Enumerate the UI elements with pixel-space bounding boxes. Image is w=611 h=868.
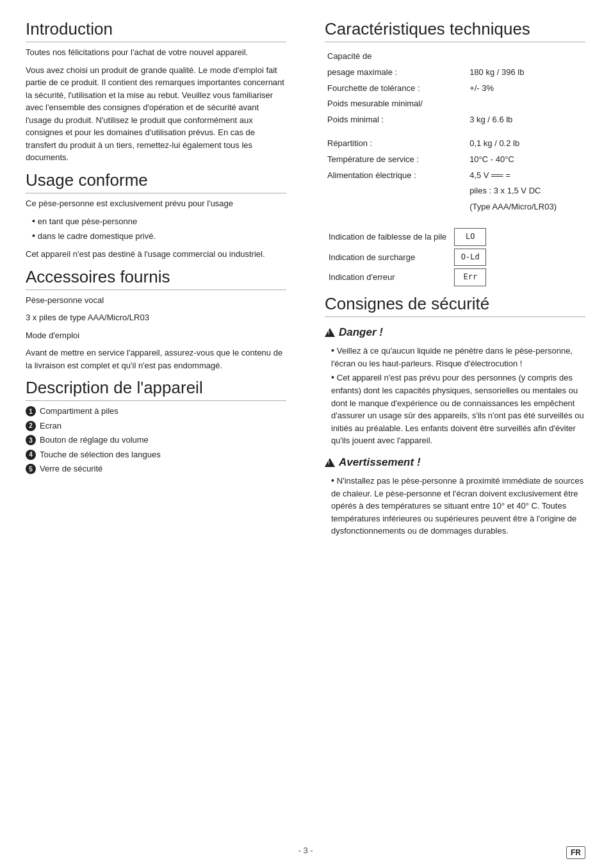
- description-list: 1 Compartiment à piles 2 Ecran 3 Bouton …: [26, 405, 286, 475]
- desc-item-4: 4 Touche de sélection des langues: [26, 448, 286, 461]
- danger-item-2: Cet appareil n'est pas prévu pour des pe…: [331, 371, 585, 447]
- introduction-heading: Introduction: [26, 19, 286, 42]
- tech-row-8-value: piles : 3 x 1,5 V DC: [467, 183, 585, 199]
- tech-row-8-label: [325, 183, 467, 199]
- tech-row-3-value: 3 kg / 6.6 lb: [467, 112, 585, 128]
- indicator-2-display: Err: [454, 268, 486, 286]
- indicator-table: Indication de faiblesse de la pile LO In…: [325, 227, 490, 288]
- tech-row-1-value: +/- 3%: [467, 81, 585, 97]
- language-badge: FR: [566, 846, 585, 859]
- desc-num-2: 2: [26, 421, 36, 431]
- tech-row-0-value: 180 kg / 396 lb: [467, 65, 585, 81]
- tech-row-2-value: [467, 96, 585, 112]
- tech-row-2-label: Poids mesurable minimal/: [325, 96, 467, 112]
- tech-row-6-label: Température de service :: [325, 152, 467, 168]
- desc-num-3: 3: [26, 435, 36, 445]
- desc-num-1: 1: [26, 406, 36, 416]
- capacity-label: Capacité de: [325, 49, 585, 65]
- safety-heading: Consignes de sécurité: [325, 294, 585, 317]
- intro-para-2: Vous avez choisi un produit de grande qu…: [26, 64, 286, 164]
- usage-item-2: dans le cadre domestique privé.: [32, 229, 286, 243]
- desc-item-3: 3 Bouton de réglage du volume: [26, 434, 286, 446]
- desc-item-1: 1 Compartiment à piles: [26, 405, 286, 418]
- usage-outro: Cet appareil n'est pas destiné à l'usage…: [26, 248, 286, 261]
- tech-row-3-label: Poids minimal :: [325, 112, 467, 128]
- tech-row-5-value: 0,1 kg / 0.2 lb: [467, 136, 585, 152]
- usage-item-1: en tant que pèse-personne: [32, 215, 286, 228]
- desc-item-2: 2 Ecran: [26, 420, 286, 432]
- tech-row-1-label: Fourchette de tolérance :: [325, 81, 467, 97]
- indicator-0-label: Indication de faiblesse de la pile: [325, 227, 450, 247]
- usage-list: en tant que pèse-personne dans le cadre …: [26, 215, 286, 243]
- warning-title: Avertissement !: [325, 456, 585, 469]
- usage-intro: Ce pèse-personne est exclusivement prévu…: [26, 197, 286, 210]
- danger-title: Danger !: [325, 326, 585, 339]
- warning-item-1: N'installez pas le pèse-personne à proxi…: [331, 474, 585, 537]
- tech-row-6-value: 10°C - 40°C: [467, 152, 585, 168]
- warning-list: N'installez pas le pèse-personne à proxi…: [325, 474, 585, 537]
- acc-note: Avant de mettre en service l'appareil, a…: [26, 347, 286, 372]
- acc-item-2: 3 x piles de type AAA/Micro/LR03: [26, 311, 286, 324]
- intro-para-1: Toutes nos félicitations pour l'achat de…: [26, 46, 286, 59]
- tech-row-7-value: 4,5 V ══ =: [467, 168, 585, 184]
- desc-num-4: 4: [26, 450, 36, 460]
- tech-row-9-value: (Type AAA/Micro/LR03): [467, 199, 585, 215]
- footer: - 3 -: [0, 846, 611, 855]
- desc-item-5: 5 Verre de sécurité: [26, 463, 286, 475]
- danger-item-1: Veillez à ce qu'aucun liquide ne pénètre…: [331, 344, 585, 370]
- tech-row-9-label: [325, 199, 467, 215]
- usage-heading: Usage conforme: [26, 170, 286, 193]
- indicator-0-display: LO: [454, 228, 486, 246]
- tech-row-7-label: Alimentation électrique :: [325, 168, 467, 184]
- indicator-1-label: Indication de surcharge: [325, 247, 450, 268]
- accessories-heading: Accessoires fournis: [26, 267, 286, 290]
- danger-list: Veillez à ce qu'aucun liquide ne pénètre…: [325, 344, 585, 447]
- indicator-2-label: Indication d'erreur: [325, 267, 450, 288]
- indicator-1-display: O-Ld: [454, 249, 486, 266]
- acc-item-1: Pèse-personne vocal: [26, 294, 286, 307]
- page-number: - 3 -: [298, 846, 313, 855]
- tech-table: Capacité de pesage maximale : 180 kg / 3…: [325, 49, 585, 215]
- description-heading: Description de l'appareil: [26, 378, 286, 401]
- danger-triangle-icon: [325, 328, 335, 337]
- acc-item-3: Mode d'emploi: [26, 329, 286, 342]
- tech-row-5-label: Répartition :: [325, 136, 467, 152]
- tech-row-0-label: pesage maximale :: [325, 65, 467, 81]
- warning-triangle-icon: [325, 458, 335, 467]
- tech-heading: Caractéristiques techniques: [325, 19, 585, 42]
- desc-num-5: 5: [26, 464, 36, 474]
